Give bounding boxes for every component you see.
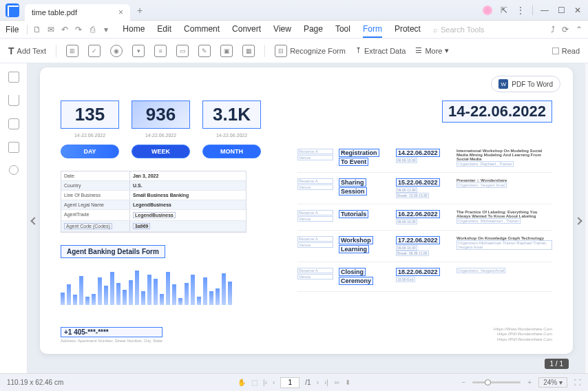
phone-number[interactable]: +1 405-***-**** — [61, 327, 162, 337]
open-external-icon[interactable]: ⤴ — [551, 25, 555, 34]
redo-icon[interactable]: ↷ — [73, 24, 84, 35]
attachment-icon[interactable] — [8, 142, 19, 153]
chart-title[interactable]: Agent Banking Details Form — [61, 245, 165, 258]
titlebar: time table.pdf × + ⇱ ⋮ — ☐ ✕ — [0, 0, 588, 21]
fullscreen-icon[interactable]: ⛶ — [574, 379, 581, 386]
date-range-title[interactable]: 14-22.06.2022 — [442, 101, 552, 123]
menu-view[interactable]: View — [273, 24, 291, 34]
event-date[interactable]: 16.22.06.2022 — [396, 210, 440, 218]
search-panel-icon[interactable] — [9, 165, 19, 175]
next-page-arrow[interactable] — [574, 217, 582, 224]
comment-icon[interactable] — [8, 118, 19, 129]
fit-page-icon[interactable]: ⬍ — [345, 379, 350, 386]
radio-icon[interactable]: ◉ — [110, 45, 123, 57]
event-date[interactable]: 14.22.06.2022 — [396, 149, 440, 157]
hand-tool-icon[interactable]: ✋ — [238, 379, 246, 386]
stat-date: 14-22.06.2022 — [61, 133, 119, 138]
add-text-button[interactable]: T Add Text — [8, 45, 46, 56]
menu-home[interactable]: Home — [123, 24, 145, 34]
menu-tool[interactable]: Tool — [335, 24, 350, 34]
signature-icon[interactable]: ✎ — [198, 45, 211, 57]
word-icon: W — [498, 79, 508, 89]
first-page-icon[interactable]: |‹ — [263, 379, 267, 386]
add-tab-button[interactable]: + — [137, 5, 143, 16]
close-icon[interactable]: × — [118, 8, 123, 17]
list-icon[interactable]: ≡ — [154, 45, 167, 57]
bar — [166, 272, 170, 305]
prev-page-arrow[interactable] — [30, 217, 38, 224]
menu-comment[interactable]: Comment — [184, 24, 220, 34]
stat-value[interactable]: 135 — [61, 101, 119, 129]
pdf-to-word-button[interactable]: W PDF To Word — [491, 76, 560, 92]
print-icon[interactable]: ⎙ — [87, 24, 98, 35]
stat-button-week[interactable]: WEEK — [132, 145, 190, 158]
minimize-button[interactable]: — — [540, 6, 549, 15]
cloud-icon[interactable]: ⟳ — [562, 25, 569, 34]
bar — [67, 284, 71, 305]
event-title: Tutorials — [339, 210, 390, 219]
close-button[interactable]: ✕ — [573, 6, 582, 15]
bar — [110, 272, 114, 305]
event-title: ClosingCeremony — [339, 268, 390, 286]
footer-urls: Https://Www.Wondershare.ComHttps://Pdf.W… — [494, 327, 552, 343]
menu-edit[interactable]: Edit — [157, 24, 171, 34]
fit-width-icon[interactable]: ⬄ — [334, 379, 339, 386]
stat-button-day[interactable]: DAY — [61, 145, 119, 158]
menu-form[interactable]: Form — [363, 24, 382, 38]
ai-icon[interactable] — [483, 6, 492, 15]
stat-card-week: 936 14-22.06.2022 WEEK — [132, 101, 190, 158]
file-menu[interactable]: File — [6, 25, 19, 34]
menu-protect[interactable]: Protect — [395, 24, 421, 34]
prev-page-icon[interactable]: ‹ — [273, 379, 275, 386]
bar — [123, 290, 127, 305]
zoom-in-icon[interactable]: + — [527, 379, 532, 386]
image-icon[interactable]: ▣ — [220, 45, 233, 57]
last-page-icon[interactable]: ›| — [324, 379, 328, 386]
save-icon[interactable]: 🗋 — [32, 24, 43, 35]
read-button[interactable]: Read — [552, 47, 580, 55]
event-row: Reserve AVenue SharingSession 15.22.06.2… — [297, 173, 552, 204]
document-area: W PDF To Word 14-22.06.2022 135 14-22.06… — [28, 63, 585, 373]
thumbnails-icon[interactable] — [8, 72, 19, 83]
event-date[interactable]: 15.22.06.2022 — [396, 178, 440, 187]
page-input[interactable] — [280, 377, 300, 388]
bar — [147, 275, 151, 305]
stat-date: 14-22.06.2022 — [202, 133, 261, 138]
maximize-button[interactable]: ☐ — [556, 6, 566, 15]
event-date[interactable]: 18.22.06.2022 — [396, 268, 440, 276]
button-icon[interactable]: ▭ — [176, 45, 189, 57]
extract-data-button[interactable]: ⤒ Extract Data — [355, 46, 406, 55]
zoom-slider[interactable] — [472, 381, 521, 383]
chevron-down-icon[interactable]: ▾ — [101, 24, 112, 35]
next-page-icon[interactable]: › — [317, 379, 319, 386]
kebab-icon[interactable]: ⋮ — [516, 6, 525, 15]
recognize-icon: ⊟ — [275, 45, 287, 57]
page-indicator: 1 / 1 — [545, 359, 569, 369]
event-date[interactable]: 17.22.06.2022 — [396, 236, 440, 244]
recognize-form-button[interactable]: ⊟ Recognize Form — [275, 45, 346, 57]
more-button[interactable]: ☰ More▾ — [415, 46, 449, 55]
chevron-up-icon[interactable]: ⌃ — [576, 25, 582, 34]
bookmark-icon[interactable] — [8, 95, 19, 106]
share-icon[interactable]: ⇱ — [499, 6, 509, 15]
menu-page[interactable]: Page — [304, 24, 323, 34]
zoom-out-icon[interactable]: − — [462, 379, 466, 386]
text-field-icon[interactable]: ⊞ — [66, 45, 78, 57]
dropdown-icon[interactable]: ▾ — [132, 45, 145, 57]
stat-value[interactable]: 936 — [132, 101, 190, 129]
bar — [79, 276, 83, 305]
stat-value[interactable]: 3.1K — [202, 101, 261, 129]
document-tab[interactable]: time table.pdf × — [25, 4, 130, 21]
event-row: Reserve AVenue ClosingCeremony 18.22.06.… — [297, 262, 552, 292]
checkbox-icon[interactable]: ✓ — [88, 45, 101, 57]
stat-button-month[interactable]: MONTH — [202, 145, 261, 158]
menu-convert[interactable]: Convert — [232, 24, 261, 34]
date-icon[interactable]: ▦ — [242, 45, 255, 57]
search-tools-input[interactable]: ⌕ Search Tools — [433, 25, 484, 34]
undo-icon[interactable]: ↶ — [59, 24, 70, 35]
select-tool-icon[interactable]: ⬚ — [251, 379, 258, 386]
app-icon — [6, 3, 19, 17]
bar — [116, 283, 120, 305]
zoom-value[interactable]: 24% ▾ — [538, 377, 567, 388]
mail-icon[interactable]: ✉ — [45, 24, 56, 35]
